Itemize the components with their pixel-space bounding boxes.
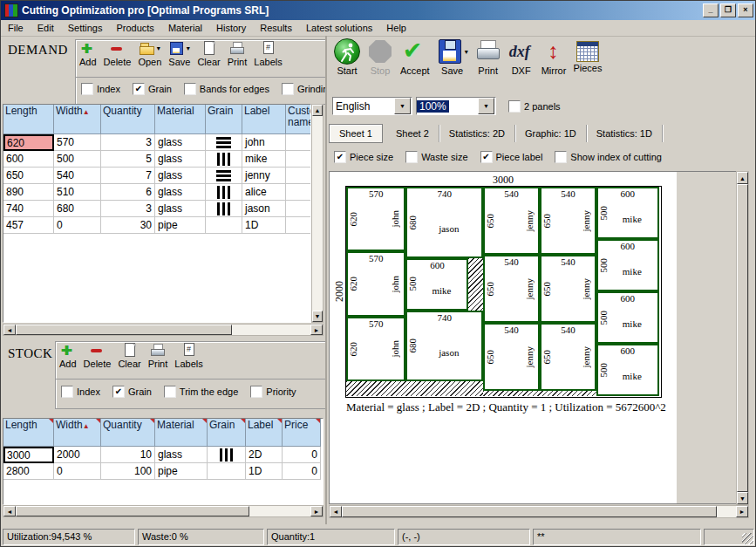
checkbox-bands-for-edges[interactable]: Bands for edges <box>184 83 269 95</box>
scrollbar-thumb[interactable] <box>737 184 748 492</box>
menu-edit[interactable]: Edit <box>31 21 61 35</box>
tab-graphic-1d[interactable]: Graphic: 1D <box>515 125 587 142</box>
cell-quantity[interactable]: 3 <box>101 134 155 151</box>
scroll-right-icon[interactable]: ► <box>310 325 323 335</box>
cell-grain[interactable] <box>206 168 242 184</box>
title-bar[interactable]: Cutting Optimization pro [Optimal Progra… <box>1 1 756 20</box>
cell-price[interactable]: 0 <box>283 447 321 463</box>
tab-sheet-1[interactable]: Sheet 1 <box>329 124 383 143</box>
menu-material[interactable]: Material <box>161 21 209 35</box>
print-button[interactable]: Print <box>472 38 505 77</box>
print-button[interactable]: Print <box>224 40 251 68</box>
cell-length[interactable]: 457 <box>3 217 54 234</box>
cell-width[interactable]: 500 <box>54 151 101 168</box>
add-button[interactable]: Add <box>56 342 80 370</box>
cell-customer[interactable] <box>286 151 311 168</box>
column-header-grain[interactable]: Grain <box>206 105 242 134</box>
cell-grain[interactable] <box>206 151 242 168</box>
save-button[interactable]: ▾Save <box>165 40 194 68</box>
checkbox-box[interactable]: ✔ <box>480 151 493 163</box>
cell-customer[interactable] <box>286 184 311 201</box>
cell-length[interactable]: 740 <box>3 201 54 217</box>
checkbox-box[interactable] <box>164 386 176 398</box>
cell-quantity[interactable]: 10 <box>101 447 155 463</box>
cell-quantity[interactable]: 30 <box>101 217 155 234</box>
checkbox-box[interactable]: ✔ <box>133 83 145 95</box>
cell-customer[interactable] <box>286 217 311 234</box>
cell-length[interactable]: 620 <box>3 134 54 151</box>
checkbox-index[interactable]: Index <box>81 83 120 95</box>
checkbox-show-index-of-cutting[interactable]: Show index of cutting <box>555 151 662 163</box>
cell-width[interactable]: 510 <box>54 184 101 201</box>
menu-results[interactable]: Results <box>253 21 299 35</box>
cell-material[interactable]: glass <box>155 168 206 184</box>
checkbox-grain[interactable]: ✔Grain <box>133 83 172 95</box>
scroll-up-icon[interactable]: ▲ <box>312 105 323 116</box>
scroll-left-icon[interactable]: ◄ <box>3 325 16 335</box>
cell-material[interactable]: glass <box>155 151 206 168</box>
cell-label[interactable]: jason <box>242 201 286 217</box>
labels-button[interactable]: Labels <box>250 40 285 68</box>
clear-button[interactable]: Clear <box>114 342 144 370</box>
cell-material[interactable]: glass <box>155 134 206 151</box>
column-header-label[interactable]: Label <box>246 419 283 447</box>
cell-length[interactable]: 3000 <box>3 447 54 463</box>
cell-width[interactable]: 0 <box>54 463 101 480</box>
checkbox-box[interactable] <box>282 83 294 95</box>
cell-label[interactable]: john <box>242 134 286 151</box>
delete-button[interactable]: Delete <box>100 40 135 68</box>
stock-horizontal-scrollbar[interactable]: ◄ ► <box>3 505 324 517</box>
scroll-down-icon[interactable]: ▼ <box>737 492 748 504</box>
cell-price[interactable]: 0 <box>283 463 321 480</box>
scroll-left-icon[interactable]: ◄ <box>330 506 342 517</box>
checkbox-grain[interactable]: ✔Grain <box>112 386 152 398</box>
tab-statistics-1d[interactable]: Statistics: 1D <box>587 125 663 142</box>
chevron-down-icon[interactable]: ▼ <box>478 98 494 114</box>
column-header-grain[interactable]: Grain <box>208 419 246 447</box>
checkbox-box[interactable] <box>184 83 196 95</box>
resize-grip[interactable] <box>742 533 753 544</box>
tab-sheet-2[interactable]: Sheet 2 <box>386 125 439 142</box>
checkbox-box[interactable]: ✔ <box>112 386 125 398</box>
cell-customer[interactable] <box>286 168 311 184</box>
close-button[interactable]: × <box>738 3 753 17</box>
cell-material[interactable]: glass <box>155 201 206 217</box>
cell-label[interactable]: jenny <box>242 168 286 184</box>
column-header-quantity[interactable]: Quantity <box>101 105 155 134</box>
cell-width[interactable]: 540 <box>54 168 101 184</box>
menu-history[interactable]: History <box>209 21 253 35</box>
menu-settings[interactable]: Settings <box>61 21 110 35</box>
cell-material[interactable]: glass <box>155 184 206 201</box>
print-button[interactable]: Print <box>145 342 172 370</box>
demand-vertical-scrollbar[interactable]: ▲ ▼ <box>311 104 324 323</box>
mirror-button[interactable]: Mirror <box>538 38 570 77</box>
checkbox-priority[interactable]: Priority <box>250 386 296 398</box>
delete-button[interactable]: Delete <box>80 342 115 370</box>
save-button[interactable]: ▾Save <box>433 38 472 77</box>
demand-horizontal-scrollbar[interactable]: ◄ ► <box>3 324 324 336</box>
checkbox-waste-size[interactable]: Waste size <box>405 151 467 163</box>
cell-quantity[interactable]: 100 <box>101 463 155 480</box>
scrollbar-thumb[interactable] <box>16 325 232 335</box>
checkbox-piece-label[interactable]: ✔Piece label <box>480 151 543 163</box>
cell-label[interactable]: alice <box>242 184 286 201</box>
column-header-length[interactable]: Length <box>3 105 54 134</box>
cell-label[interactable]: 1D <box>246 463 283 480</box>
language-combo[interactable]: English ▼ <box>332 97 412 115</box>
minimize-button[interactable]: _ <box>703 3 719 17</box>
menu-latest-solutions[interactable]: Latest solutions <box>299 21 379 35</box>
accept-button[interactable]: Accept <box>397 38 433 77</box>
cell-quantity[interactable]: 7 <box>101 168 155 184</box>
cell-quantity[interactable]: 5 <box>101 151 155 168</box>
cell-grain[interactable] <box>206 134 242 151</box>
dxf-button[interactable]: DXF <box>505 38 538 77</box>
column-header-width[interactable]: Width▲ <box>54 419 101 447</box>
labels-button[interactable]: Labels <box>171 342 206 370</box>
checkbox-grinding[interactable]: Grinding <box>282 83 325 95</box>
scroll-down-icon[interactable]: ▼ <box>312 311 323 322</box>
cell-customer[interactable] <box>286 134 311 151</box>
cell-quantity[interactable]: 3 <box>101 201 155 217</box>
menu-file[interactable]: File <box>1 21 31 35</box>
column-header-price[interactable]: Price <box>283 419 321 447</box>
column-header-width[interactable]: Width▲ <box>54 105 101 134</box>
